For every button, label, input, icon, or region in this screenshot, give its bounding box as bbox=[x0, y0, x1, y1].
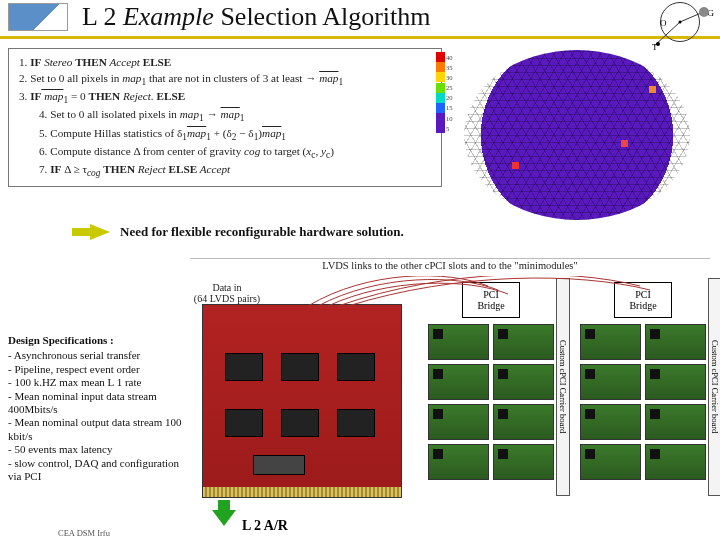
pci-column-b: PCIBridge Custom cPCI Carrier board bbox=[574, 276, 712, 500]
pci-bridge: PCIBridge bbox=[614, 282, 672, 318]
algorithm-box: 1. IF Stereo THEN Accept ELSE 2. Set to … bbox=[8, 48, 442, 187]
l2ar-arrow bbox=[212, 500, 236, 526]
title-c: Selection Algorithm bbox=[214, 2, 431, 31]
svg-point-2 bbox=[699, 7, 709, 17]
pci-bridge: PCIBridge bbox=[462, 282, 520, 318]
spec-item: - Asynchronous serial transfer bbox=[8, 349, 184, 362]
spec-item: - Mean nominal output data stream 100 kb… bbox=[8, 416, 184, 443]
svg-point-3 bbox=[656, 42, 660, 46]
l2ar-label: L 2 A/R bbox=[242, 518, 288, 534]
pci-column-a: PCIBridge Custom cPCI Carrier board bbox=[422, 276, 560, 500]
carrier-label: Custom cPCI Carrier board bbox=[556, 278, 570, 496]
spec-item: - 50 events max latency bbox=[8, 443, 184, 456]
ray-inset: O G T bbox=[630, 2, 714, 56]
svg-point-4 bbox=[679, 21, 682, 24]
color-scale: 403530252015105 bbox=[436, 52, 454, 134]
lvds-label: LVDS links to the other cPCI slots and t… bbox=[190, 258, 710, 271]
spec-item: - 100 k.HZ max mean L 1 rate bbox=[8, 376, 184, 389]
need-arrow: Need for flexible reconfigurable hardwar… bbox=[72, 224, 404, 240]
specs-heading: Design Specifications : bbox=[8, 334, 184, 347]
hex-circle bbox=[464, 50, 690, 220]
ray-lines bbox=[630, 2, 714, 56]
hardware-diagram: Data in(64 LVDS pairs) PCIBridge Custom … bbox=[188, 276, 718, 528]
carrier-label: Custom cPCI Carrier board bbox=[708, 278, 720, 496]
fpga-board bbox=[202, 304, 402, 498]
data-in-label: Data in(64 LVDS pairs) bbox=[188, 282, 266, 304]
page-title: L 2 Example Selection Algorithm bbox=[82, 2, 431, 32]
header-rule bbox=[0, 36, 720, 39]
title-a: L 2 bbox=[82, 2, 123, 31]
spec-item: - Mean nominal input data stream 400Mbit… bbox=[8, 390, 184, 417]
spec-item: - slow control, DAQ and configuration vi… bbox=[8, 457, 184, 484]
title-b: Example bbox=[123, 2, 214, 31]
design-specs: Design Specifications : - Asynchronous s… bbox=[8, 334, 184, 483]
logo bbox=[8, 3, 68, 31]
footer: CEA DSM Irfu bbox=[58, 528, 110, 538]
need-text: Need for flexible reconfigurable hardwar… bbox=[120, 224, 404, 240]
hex-camera-plot: 403530252015105 bbox=[438, 50, 718, 220]
spec-item: - Pipeline, respect event order bbox=[8, 363, 184, 376]
